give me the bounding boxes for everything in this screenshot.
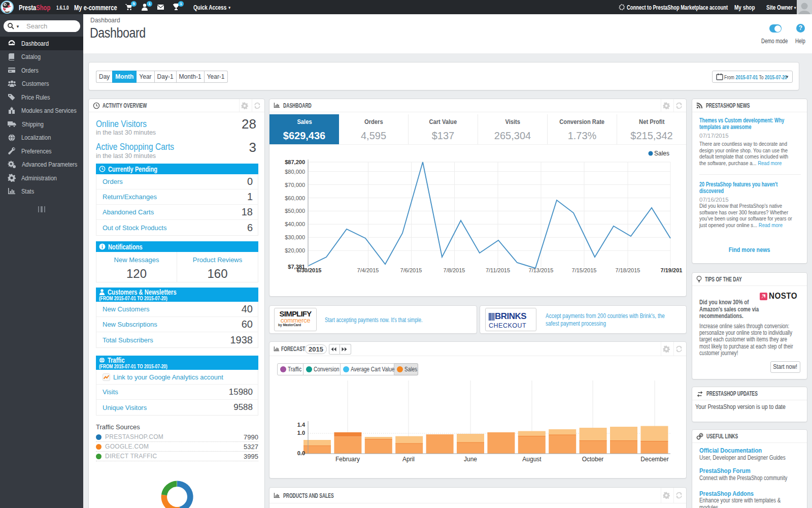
svg-text:$50,000: $50,000 xyxy=(285,208,305,214)
svg-text:1.4: 1.4 xyxy=(297,422,306,428)
svg-text:$70,000: $70,000 xyxy=(285,182,305,188)
svg-text:7/11/2015: 7/11/2015 xyxy=(486,267,510,273)
svg-text:1.0: 1.0 xyxy=(297,430,305,436)
svg-text:$60,000: $60,000 xyxy=(285,195,305,201)
svg-text:7/13/2015: 7/13/2015 xyxy=(529,267,554,273)
svg-text:7/19/201: 7/19/201 xyxy=(661,267,683,273)
svg-text:February: February xyxy=(335,456,360,463)
svg-text:0.0: 0.0 xyxy=(297,450,305,456)
svg-text:Sales: Sales xyxy=(654,150,669,157)
svg-text:7/18/2015: 7/18/2015 xyxy=(616,267,640,273)
svg-text:October: October xyxy=(582,456,604,463)
svg-text:$80,000: $80,000 xyxy=(285,169,305,175)
svg-text:August: August xyxy=(522,456,542,463)
svg-text:December: December xyxy=(640,456,668,463)
svg-text:$87,200: $87,200 xyxy=(285,159,305,165)
svg-text:6/30/2015: 6/30/2015 xyxy=(297,267,322,273)
svg-text:June: June xyxy=(464,456,477,463)
svg-text:7/4/2015: 7/4/2015 xyxy=(357,267,379,273)
svg-text:7/15/2015: 7/15/2015 xyxy=(572,267,597,273)
svg-text:$20,000: $20,000 xyxy=(285,247,305,253)
svg-text:7/8/2015: 7/8/2015 xyxy=(444,267,465,273)
svg-text:$40,000: $40,000 xyxy=(285,221,305,227)
svg-text:7/6/2015: 7/6/2015 xyxy=(400,267,422,273)
svg-text:April: April xyxy=(402,456,415,463)
svg-text:$30,000: $30,000 xyxy=(285,234,305,240)
